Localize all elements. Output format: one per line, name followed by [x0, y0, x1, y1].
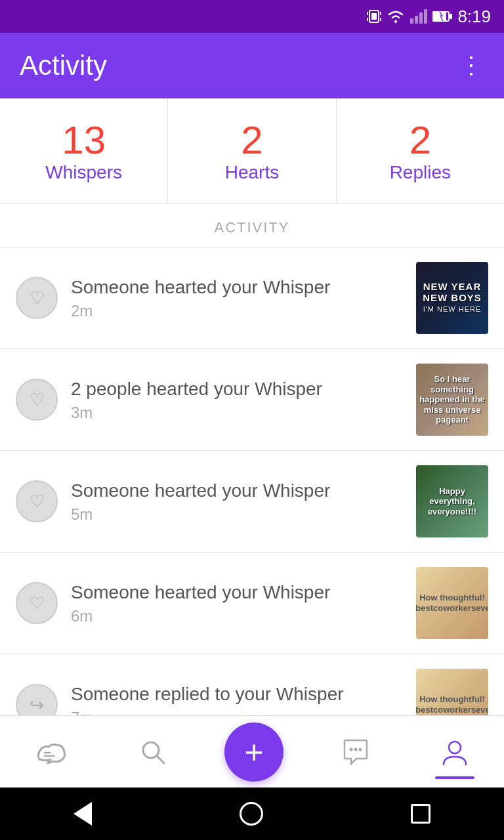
avatar: ♡: [16, 379, 58, 421]
list-item[interactable]: ♡ Someone hearted your Whisper 6m How th…: [0, 553, 504, 654]
heart-icon: ♡: [30, 390, 45, 410]
replies-count: 2: [410, 119, 431, 162]
nav-home[interactable]: [22, 734, 81, 770]
page-title: Activity: [20, 50, 107, 81]
svg-rect-3: [380, 12, 381, 15]
heart-icon: ♡: [30, 492, 45, 512]
svg-rect-8: [415, 16, 418, 24]
svg-point-19: [449, 742, 461, 753]
activity-time: 5m: [71, 505, 403, 524]
svg-rect-12: [433, 12, 446, 20]
android-nav-bar: [0, 788, 504, 840]
status-time: 8:19: [457, 7, 491, 27]
stat-whispers[interactable]: 13 Whispers: [0, 98, 168, 203]
nav-search[interactable]: [127, 732, 179, 772]
whispers-count: 13: [62, 119, 106, 162]
svg-rect-7: [410, 18, 413, 24]
activity-list: ♡ Someone hearted your Whisper 2m NEW YE…: [0, 247, 504, 756]
list-item[interactable]: ♡ Someone hearted your Whisper 2m NEW YE…: [0, 247, 504, 349]
heart-icon: ♡: [30, 593, 45, 614]
activity-time: 3m: [71, 404, 403, 422]
activity-description: Someone hearted your Whisper: [71, 581, 403, 604]
svg-rect-13: [450, 14, 452, 19]
add-whisper-button[interactable]: +: [224, 723, 284, 782]
replies-label: Replies: [390, 162, 451, 183]
svg-point-16: [349, 747, 352, 751]
list-item[interactable]: ♡ Someone hearted your Whisper 5m Happy …: [0, 451, 504, 553]
svg-rect-5: [380, 18, 381, 21]
svg-rect-9: [419, 12, 423, 24]
signal-icon: [410, 9, 427, 24]
wifi-icon: [387, 9, 405, 24]
battery-icon: [432, 10, 452, 22]
list-item[interactable]: ♡ 2 people hearted your Whisper 3m So I …: [0, 349, 504, 451]
active-indicator: [435, 776, 474, 779]
search-icon: [140, 739, 166, 765]
status-bar: 8:19: [0, 0, 504, 33]
heart-icon: ♡: [30, 288, 45, 308]
status-icons: 8:19: [367, 7, 491, 27]
avatar: ♡: [16, 277, 58, 319]
stat-hearts[interactable]: 2 Hearts: [168, 98, 336, 203]
bottom-navigation: +: [0, 715, 504, 788]
stats-row: 13 Whispers 2 Hearts 2 Replies: [0, 98, 504, 203]
svg-rect-1: [371, 13, 377, 20]
activity-description: Someone hearted your Whisper: [71, 479, 403, 503]
activity-time: 6m: [71, 607, 403, 625]
activity-thumbnail: NEW YEARNEW BOYSI'm new here: [416, 262, 488, 334]
avatar: ♡: [16, 582, 58, 624]
activity-time: 2m: [71, 302, 403, 320]
profile-icon: [441, 738, 469, 766]
avatar: ♡: [16, 480, 58, 522]
nav-profile[interactable]: [428, 732, 482, 772]
activity-text: Someone hearted your Whisper 2m: [71, 276, 403, 320]
messages-icon: [342, 739, 369, 765]
reply-icon: ↩: [30, 695, 44, 715]
svg-point-18: [358, 747, 362, 751]
stat-replies[interactable]: 2 Replies: [337, 98, 504, 203]
hearts-count: 2: [241, 119, 262, 162]
svg-line-15: [157, 756, 164, 763]
svg-rect-2: [367, 12, 368, 15]
hearts-label: Hearts: [225, 162, 279, 183]
activity-thumbnail: So I hear something happened in the miss…: [416, 364, 488, 436]
plus-icon: +: [244, 736, 263, 768]
back-button[interactable]: [74, 802, 92, 826]
nav-messages[interactable]: [329, 732, 383, 772]
home-button[interactable]: [240, 802, 263, 826]
svg-point-6: [394, 20, 397, 23]
activity-description: Someone hearted your Whisper: [71, 276, 403, 299]
activity-thumbnail: Happy everything, everyone!!!!: [416, 465, 488, 537]
svg-rect-4: [367, 18, 368, 21]
activity-text: 2 people hearted your Whisper 3m: [71, 377, 403, 422]
activity-text: Someone hearted your Whisper 6m: [71, 581, 403, 625]
activity-section-label: ACTIVITY: [0, 203, 504, 247]
activity-description: Someone replied to your Whisper: [71, 682, 403, 706]
activity-thumbnail: How thoughtful! #bestcoworkersever: [416, 567, 488, 639]
recent-apps-button[interactable]: [411, 804, 430, 824]
whispers-label: Whispers: [45, 162, 122, 183]
svg-point-17: [354, 747, 357, 751]
activity-text: Someone hearted your Whisper 5m: [71, 479, 403, 524]
svg-rect-10: [424, 9, 427, 24]
app-header: Activity ⋮: [0, 33, 504, 98]
whisper-logo-icon: [35, 740, 68, 764]
overflow-menu-button[interactable]: ⋮: [459, 52, 484, 79]
vibrate-icon: [367, 8, 381, 25]
activity-description: 2 people hearted your Whisper: [71, 377, 403, 401]
